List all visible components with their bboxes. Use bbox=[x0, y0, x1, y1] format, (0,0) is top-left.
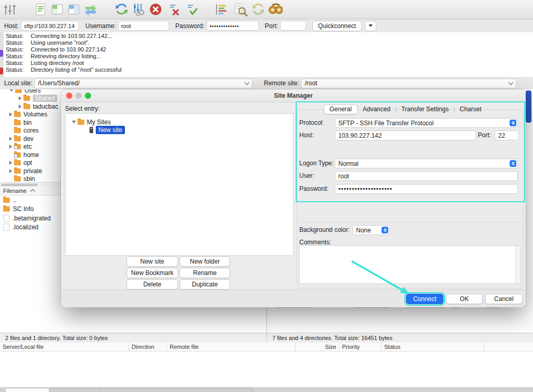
site-tree-new-site[interactable]: New site bbox=[66, 126, 293, 135]
directory-comparison-icon[interactable] bbox=[214, 2, 229, 17]
chevron-down-icon bbox=[245, 80, 250, 85]
queue-col-direction[interactable]: Direction bbox=[129, 343, 167, 351]
folder-icon bbox=[23, 104, 30, 109]
tab-advanced[interactable]: Advanced bbox=[358, 105, 396, 114]
desktop-icon-red bbox=[0, 68, 3, 74]
protocol-select[interactable]: SFTP - SSH File Transfer Protocol bbox=[335, 118, 518, 128]
queue-col-priority[interactable]: Priority bbox=[339, 343, 382, 351]
folder-symlink-icon bbox=[14, 144, 21, 149]
log-line: Status:Listing directory /root bbox=[4, 59, 533, 66]
username-input[interactable]: root bbox=[118, 21, 169, 31]
queue-col-status[interactable]: Status bbox=[382, 343, 485, 351]
ok-button[interactable]: OK bbox=[446, 294, 483, 304]
remote-scrollbar-thumb[interactable] bbox=[526, 90, 531, 123]
delete-button[interactable]: Delete bbox=[126, 279, 178, 290]
file-icon bbox=[3, 224, 9, 231]
cancel-icon[interactable] bbox=[148, 2, 163, 17]
rename-button[interactable]: Rename bbox=[180, 268, 230, 278]
queue-tab-strip bbox=[0, 387, 533, 392]
dialog-title: Site Manager bbox=[274, 92, 313, 99]
sm-user-input[interactable]: root bbox=[335, 171, 518, 181]
sm-port-input[interactable]: 22 bbox=[494, 130, 519, 140]
log-line: Status:Connecting to 103.90.227.142... bbox=[4, 32, 533, 39]
stepper-icon bbox=[510, 160, 516, 167]
logon-type-label: Logon Type: bbox=[299, 159, 334, 167]
background-color-select[interactable]: None bbox=[352, 225, 390, 235]
site-manager-icon[interactable] bbox=[3, 2, 17, 17]
site-tree-my-sites[interactable]: My Sites bbox=[66, 118, 293, 126]
folder-icon bbox=[78, 120, 84, 125]
filter-settings-icon[interactable] bbox=[131, 2, 146, 17]
quickconnect-dropdown-button[interactable] bbox=[365, 21, 376, 31]
settings-tabs: General Advanced Transfer Settings Chars… bbox=[324, 104, 487, 114]
remote-tree-icon[interactable] bbox=[67, 2, 81, 17]
sm-host-input[interactable]: 103.90.227.142 bbox=[335, 130, 476, 140]
stepper-icon bbox=[382, 227, 388, 233]
zoom-window-button[interactable] bbox=[85, 93, 91, 99]
queue-tab[interactable] bbox=[166, 388, 253, 392]
port-input[interactable] bbox=[280, 21, 306, 31]
filename-filters-icon[interactable] bbox=[233, 2, 248, 17]
remote-status-text: 7 files and 4 directories. Total size: 1… bbox=[267, 333, 392, 343]
local-status-text: 2 files and 1 directory. Total size: 0 b… bbox=[0, 333, 267, 343]
username-label: Username: bbox=[85, 22, 116, 30]
comments-textarea[interactable] bbox=[299, 245, 521, 284]
dialog-titlebar[interactable]: Site Manager bbox=[61, 89, 526, 102]
reconnect-icon[interactable] bbox=[185, 2, 200, 17]
tab-transfer-settings[interactable]: Transfer Settings bbox=[396, 105, 454, 114]
remote-site-select[interactable]: /root bbox=[301, 79, 516, 88]
disconnect-icon[interactable] bbox=[168, 2, 182, 17]
server-icon bbox=[90, 127, 93, 133]
logon-type-select[interactable]: Normal bbox=[335, 159, 518, 168]
folder-icon bbox=[14, 128, 21, 133]
find-files-icon[interactable] bbox=[268, 2, 283, 17]
background-color-label: Background color: bbox=[299, 225, 350, 234]
status-bar-row: 2 files and 1 directory. Total size: 0 b… bbox=[0, 333, 533, 343]
quickconnect-button[interactable]: Quickconnect bbox=[312, 21, 362, 31]
close-window-button[interactable] bbox=[66, 93, 72, 99]
dropdown-arrow-icon bbox=[369, 24, 373, 27]
queue-col-server-local-file[interactable]: Server/Local file bbox=[0, 343, 129, 351]
connect-button[interactable]: Connect bbox=[406, 294, 443, 304]
message-log: Status:Connecting to 103.90.227.142... S… bbox=[4, 32, 533, 77]
folder-icon bbox=[14, 120, 21, 125]
synchronize-icon[interactable] bbox=[251, 2, 265, 17]
log-line: Status:Using username "root". bbox=[4, 39, 533, 46]
log-line: Status:Retrieving directory listing... bbox=[4, 53, 533, 59]
site-manager-dialog: Site Manager Select entry: My Sites New … bbox=[61, 89, 526, 307]
sm-password-input[interactable]: •••••••••••••••••••• bbox=[335, 184, 518, 194]
folder-icon bbox=[14, 176, 21, 181]
refresh-icon[interactable] bbox=[115, 2, 129, 17]
filezilla-window: Host: sftp://103.90.227.14 Username: roo… bbox=[0, 0, 533, 392]
folder-icon bbox=[3, 206, 10, 212]
stepper-icon bbox=[510, 120, 516, 126]
quickconnect-bar: Host: sftp://103.90.227.14 Username: roo… bbox=[0, 19, 533, 33]
queue-tab-active[interactable] bbox=[5, 388, 49, 392]
queue-tab[interactable] bbox=[100, 388, 167, 392]
tab-charset[interactable]: Charset bbox=[454, 105, 487, 114]
duplicate-button[interactable]: Duplicate bbox=[180, 279, 230, 290]
queue-tab[interactable] bbox=[49, 388, 101, 392]
local-site-select[interactable]: /Users/Shared/ bbox=[34, 79, 252, 88]
message-log-icon[interactable] bbox=[33, 2, 48, 17]
sm-password-label: Password: bbox=[299, 184, 328, 193]
new-bookmark-button[interactable]: New Bookmark bbox=[126, 268, 178, 278]
queue-col-remote-file[interactable]: Remote file bbox=[167, 343, 296, 351]
folder-icon bbox=[14, 136, 21, 141]
host-label: Host: bbox=[4, 22, 19, 30]
cancel-button[interactable]: Cancel bbox=[485, 294, 523, 304]
new-folder-button[interactable]: New folder bbox=[180, 256, 230, 267]
sm-host-label: Host: bbox=[299, 130, 314, 139]
queue-list bbox=[0, 351, 533, 387]
minimize-window-button[interactable] bbox=[75, 93, 82, 99]
queue-col-size[interactable]: Size bbox=[296, 343, 339, 351]
folder-icon bbox=[23, 96, 30, 101]
synchronized-browsing-icon[interactable] bbox=[83, 2, 98, 17]
password-input[interactable]: ••••••••••••• bbox=[207, 21, 259, 31]
host-input[interactable]: sftp://103.90.227.14 bbox=[21, 21, 79, 31]
new-site-button[interactable]: New site bbox=[126, 256, 178, 267]
tab-general[interactable]: General bbox=[324, 104, 358, 114]
local-tree-icon[interactable] bbox=[50, 2, 65, 17]
textarea-scrollbar[interactable] bbox=[515, 246, 521, 283]
port-label: Port: bbox=[265, 22, 278, 30]
